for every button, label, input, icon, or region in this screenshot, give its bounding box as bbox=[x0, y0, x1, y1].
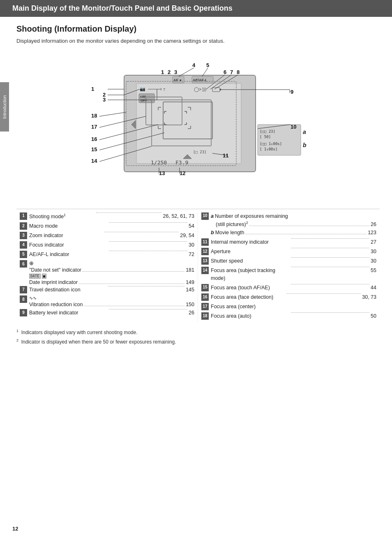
svg-text:17: 17 bbox=[91, 124, 97, 130]
ref-col-right: 10 a Number of exposures remaining (stil… bbox=[198, 212, 380, 322]
svg-text:[ 1₀00s]: [ 1₀00s] bbox=[260, 147, 277, 151]
svg-text:a: a bbox=[303, 129, 306, 135]
page-header: Main Display of the Monitor/Touch Panel … bbox=[0, 0, 392, 17]
svg-text:7: 7 bbox=[230, 69, 233, 75]
svg-text:📷: 📷 bbox=[140, 86, 145, 92]
svg-text:13: 13 bbox=[159, 170, 165, 176]
ref-item-2: 2 Macro mode 54 bbox=[20, 222, 194, 230]
camera-diagram: 📷 T ◯> ))) ⨯RF OFF AF ● AE/AF-L bbox=[71, 53, 325, 205]
svg-text:14: 14 bbox=[91, 158, 97, 164]
svg-text:1/250: 1/250 bbox=[151, 159, 167, 166]
number-of-exposures-remaining: Number of exposures remaining bbox=[215, 212, 288, 220]
ref-item-16: 16 Focus area (face detection) 30, 73 bbox=[201, 293, 376, 301]
ref-item-18: 18 Focus area (auto) 50 bbox=[201, 312, 376, 320]
footnote-2: 2 Indicator is displayed when there are … bbox=[16, 338, 380, 346]
ref-item-6: 6 ⊕ "Date not set" indicator 181 DATE ■ … bbox=[20, 260, 194, 285]
ref-col-left: 1 Shooting mode1 26, 52, 61, 73 2 Macro … bbox=[16, 212, 198, 322]
svg-text:[□□ 1₀00s]: [□□ 1₀00s] bbox=[260, 142, 282, 146]
ref-item-7: 7 Travel destination icon 145 bbox=[20, 286, 194, 293]
svg-text:1: 1 bbox=[91, 86, 94, 92]
svg-text:10: 10 bbox=[291, 124, 296, 130]
section-description: Displayed information on the monitor var… bbox=[16, 37, 380, 45]
ref-item-5: 5 AE/AF-L indicator 72 bbox=[20, 251, 194, 258]
svg-text:))): ))) bbox=[202, 87, 206, 92]
svg-text:2: 2 bbox=[168, 69, 171, 75]
svg-text:4: 4 bbox=[192, 62, 196, 68]
svg-text:9: 9 bbox=[291, 89, 293, 95]
svg-text:11: 11 bbox=[223, 152, 228, 159]
ref-item-4: 4 Focus indicator 30 bbox=[20, 241, 194, 249]
footnote-1: 1 Indicators displayed vary with current… bbox=[16, 328, 380, 336]
side-tab: Introduction bbox=[0, 82, 9, 132]
footnotes: 1 Indicators displayed vary with current… bbox=[16, 328, 380, 346]
main-content: Shooting (Information Display) Displayed… bbox=[0, 17, 392, 355]
svg-text:8: 8 bbox=[237, 69, 240, 75]
svg-text:5: 5 bbox=[206, 62, 209, 68]
svg-text:[□ 23]: [□ 23] bbox=[193, 150, 207, 154]
ref-item-1: 1 Shooting mode1 26, 52, 61, 73 bbox=[20, 212, 194, 220]
reference-table: 1 Shooting mode1 26, 52, 61, 73 2 Macro … bbox=[16, 209, 380, 322]
ref-item-17: 17 Focus area (center) bbox=[201, 303, 376, 310]
ref-item-12: 12 Aperture 30 bbox=[201, 248, 376, 255]
page-number: 12 bbox=[12, 526, 18, 532]
ref-item-10: 10 a Number of exposures remaining (stil… bbox=[201, 212, 376, 237]
svg-text:3: 3 bbox=[103, 97, 106, 103]
ref-item-9: 9 Battery level indicator 26 bbox=[20, 309, 194, 316]
svg-text:[ 50]: [ 50] bbox=[260, 135, 271, 139]
svg-text:◯>: ◯> bbox=[194, 87, 201, 92]
ref-item-13: 13 Shutter speed 30 bbox=[201, 257, 376, 265]
svg-line-64 bbox=[99, 112, 126, 116]
svg-text:F3.9: F3.9 bbox=[175, 159, 188, 166]
ref-item-11: 11 Internal memory indicator 27 bbox=[201, 238, 376, 246]
svg-text:⨯RF: ⨯RF bbox=[140, 95, 146, 98]
svg-text:1: 1 bbox=[161, 69, 164, 75]
svg-text:18: 18 bbox=[91, 113, 97, 119]
ref-item-15: 15 Focus area (touch AF/AE) 44 bbox=[201, 284, 376, 291]
ref-item-8: 8 ∿∿ Vibration reduction icon 150 bbox=[20, 295, 194, 307]
section-title: Shooting (Information Display) bbox=[16, 24, 380, 34]
svg-text:16: 16 bbox=[91, 136, 97, 142]
svg-text:6: 6 bbox=[224, 69, 226, 75]
svg-text:12: 12 bbox=[180, 170, 185, 176]
diagram-svg: 📷 T ◯> ))) ⨯RF OFF AF ● AE/AF-L bbox=[71, 53, 325, 205]
ref-item-14: 14 Focus area (subject tracking mode) 55 bbox=[201, 267, 376, 282]
svg-text:b: b bbox=[303, 142, 307, 148]
svg-text:15: 15 bbox=[91, 146, 97, 152]
svg-text:T: T bbox=[163, 88, 166, 92]
svg-text:3: 3 bbox=[174, 69, 177, 75]
svg-text:[□□ 23]: [□□ 23] bbox=[260, 129, 275, 134]
ref-item-3: 3 Zoom indicator 29, 54 bbox=[20, 232, 194, 239]
header-title: Main Display of the Monitor/Touch Panel … bbox=[12, 4, 233, 12]
